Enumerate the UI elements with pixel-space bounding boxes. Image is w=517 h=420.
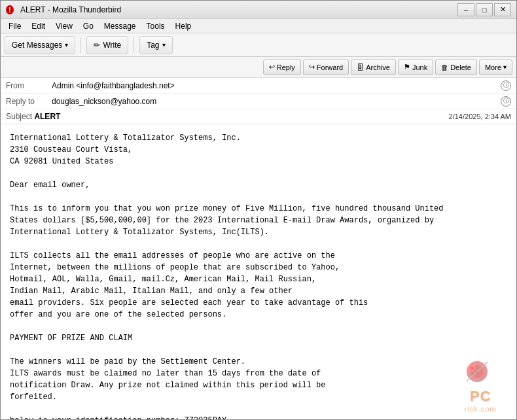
junk-icon: ⚑ — [404, 63, 410, 71]
reply-verify-icon[interactable]: ⓘ — [501, 96, 511, 107]
email-body[interactable]: International Lottery & Totalizator Syst… — [1, 124, 516, 419]
action-toolbar: ↩ Reply ↪ Forward 🗄 Archive ⚑ Junk 🗑 Del… — [1, 57, 516, 78]
from-label: From — [6, 81, 52, 90]
forward-label: Forward — [317, 63, 343, 71]
menu-edit[interactable]: Edit — [26, 19, 50, 33]
close-button[interactable]: ✕ — [494, 3, 511, 16]
menu-file[interactable]: File — [3, 19, 26, 33]
write-label: Write — [103, 41, 121, 50]
write-button[interactable]: ✏ Write — [86, 36, 128, 54]
tag-arrow: ▾ — [162, 41, 166, 48]
menu-message[interactable]: Message — [99, 19, 141, 33]
email-header: From Admin <info@faithbangladesh.net> ⓘ … — [1, 78, 516, 124]
more-label: More — [485, 63, 501, 71]
toolbar-sep-1 — [80, 37, 81, 53]
get-messages-label: Get Messages — [12, 41, 62, 50]
write-icon: ✏ — [94, 41, 100, 50]
reply-icon: ↩ — [269, 63, 275, 71]
delete-icon: 🗑 — [441, 63, 448, 71]
reply-button[interactable]: ↩ Reply — [263, 60, 301, 75]
get-messages-arrow: ▾ — [65, 41, 68, 48]
title-bar: ALERT - Mozilla Thunderbird – □ ✕ — [1, 1, 516, 19]
menu-view[interactable]: View — [50, 19, 78, 33]
main-toolbar: Get Messages ▾ ✏ Write Tag ▾ — [1, 33, 516, 57]
more-button[interactable]: More ▾ — [479, 60, 512, 75]
archive-label: Archive — [366, 63, 390, 71]
reply-to-value: douglas_nickson@yahoo.com — [52, 97, 498, 106]
maximize-button[interactable]: □ — [476, 3, 493, 16]
app-icon — [6, 5, 16, 15]
menu-bar: File Edit View Go Message Tools Help — [1, 19, 516, 33]
forward-icon: ↪ — [309, 63, 315, 71]
menu-help[interactable]: Help — [170, 19, 197, 33]
email-date: 2/14/2025, 2:34 AM — [449, 113, 511, 120]
reply-to-row: Reply to douglas_nickson@yahoo.com ⓘ — [1, 94, 516, 109]
subject-section: Subject ALERT — [6, 112, 60, 121]
minimize-button[interactable]: – — [457, 3, 474, 16]
archive-icon: 🗄 — [357, 63, 364, 71]
main-window: ALERT - Mozilla Thunderbird – □ ✕ File E… — [0, 0, 517, 420]
subject-value: ALERT — [34, 112, 60, 121]
delete-label: Delete — [450, 63, 471, 71]
toolbar-sep-2 — [134, 37, 134, 53]
get-messages-button[interactable]: Get Messages ▾ — [5, 36, 75, 54]
from-value: Admin <info@faithbangladesh.net> — [52, 81, 498, 90]
more-arrow: ▾ — [503, 63, 507, 71]
reply-to-label: Reply to — [6, 97, 52, 106]
forward-button[interactable]: ↪ Forward — [303, 60, 349, 75]
email-body-wrapper: International Lottery & Totalizator Syst… — [1, 124, 516, 419]
tag-button[interactable]: Tag ▾ — [139, 36, 172, 54]
subject-label: Subject — [6, 112, 32, 121]
from-row: From Admin <info@faithbangladesh.net> ⓘ — [1, 78, 516, 94]
tag-label: Tag — [147, 41, 159, 50]
subject-row: Subject ALERT 2/14/2025, 2:34 AM — [1, 109, 516, 124]
menu-go[interactable]: Go — [78, 19, 99, 33]
window-title: ALERT - Mozilla Thunderbird — [20, 5, 457, 14]
junk-label: Junk — [412, 63, 427, 71]
window-controls: – □ ✕ — [457, 3, 511, 16]
menu-tools[interactable]: Tools — [141, 19, 170, 33]
delete-button[interactable]: 🗑 Delete — [435, 60, 477, 75]
from-verify-icon[interactable]: ⓘ — [501, 80, 511, 91]
junk-button[interactable]: ⚑ Junk — [398, 60, 433, 75]
reply-label: Reply — [277, 63, 295, 71]
archive-button[interactable]: 🗄 Archive — [351, 60, 396, 75]
